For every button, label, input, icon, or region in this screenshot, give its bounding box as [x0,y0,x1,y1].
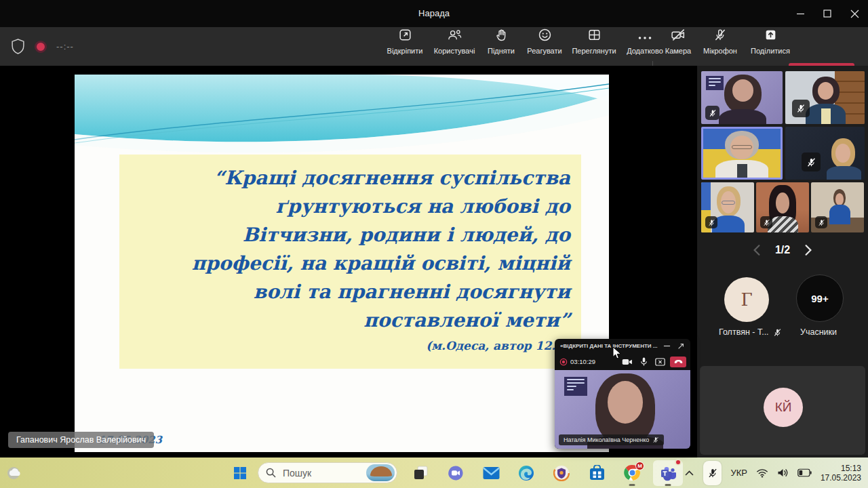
more-label: Додатково [627,47,663,55]
page-indicator: 1/2 [775,244,790,256]
shared-slide: “Кращі досягнення суспільства ґрунтуютьс… [75,75,609,452]
wifi-icon[interactable] [756,468,768,478]
view-label: Переглянути [572,47,616,55]
floating-call-window[interactable]: «ВІДКРИТІ ДАНІ ТА ІНСТРУМЕНТИ ... 03:10:… [555,339,690,449]
cloud-icon [6,466,24,481]
quote-line: поставленої мети” [129,306,570,335]
teams-notification-badge [675,459,682,466]
share-icon [764,28,778,45]
window-title: Нарада [0,0,868,27]
participants-overflow-label: Учасники [800,327,837,337]
tray-date: 17.05.2023 [821,473,861,483]
search-box[interactable]: Пошук [258,462,397,483]
task-view-icon [414,466,428,480]
view-icon [587,28,601,45]
running-indicator [629,484,635,486]
battery-icon[interactable] [797,468,812,477]
camera-off-icon [671,28,686,45]
language-indicator[interactable]: УКР [730,468,747,478]
muted-badge [705,216,717,228]
participants-overflow-badge[interactable]: 99+ [796,274,844,322]
react-label: Реагувати [527,47,561,55]
page-next-icon[interactable] [804,244,813,256]
video-tile[interactable] [785,127,865,180]
weather-widget[interactable] [1,458,28,488]
participant-name-label: Голтвян - Т... [719,327,782,337]
quote-line: професії, на кращій освіті, міцній [129,249,570,278]
minimize-icon[interactable] [663,342,671,350]
muted-badge [760,216,772,228]
edge-browser-button[interactable] [513,458,540,488]
mic-off-icon [713,28,727,45]
tray-time: 15:13 [821,464,861,473]
users-icon [447,28,462,45]
mic-muted-icon [818,219,825,226]
camera-label: Камера [665,47,691,55]
chat-app-button[interactable] [442,458,469,488]
teams-app-button[interactable] [654,458,682,488]
slide-wave-decoration [75,75,609,164]
maximize-button[interactable] [812,0,842,27]
presenter-name-badge: Гапанович Ярослав Валерійович [8,432,154,448]
unpin-label: Відкріпити [387,47,423,55]
shield-icon [11,39,25,54]
video-tile[interactable] [756,182,809,232]
quote-line: “Кращі досягнення суспільства [129,164,570,192]
quote-line: Вітчизни, родини і людей, до [129,221,570,249]
chrome-browser-button[interactable]: M [618,458,646,488]
avatar[interactable]: Г [724,277,769,322]
mic-muted-icon [773,328,782,337]
share-screen-icon[interactable] [655,358,665,366]
floating-window-controls: 03:10:29 [555,353,690,370]
page-prev-icon[interactable] [752,244,762,256]
quote-line: ґрунтуються на любові до [129,192,570,221]
share-label: Поділитися [751,47,790,55]
muted-badge [815,216,827,228]
teams-icon [660,465,677,481]
task-view-button[interactable] [407,458,434,488]
tray-mic-muted-button[interactable] [703,461,722,485]
edge-icon [518,465,534,481]
camera-icon[interactable] [622,358,633,366]
mic-muted-icon [707,468,718,479]
store-app-button[interactable] [583,458,610,488]
close-button[interactable] [840,0,868,27]
mail-icon [483,466,500,480]
muted-badge [705,106,719,120]
floating-window-video: Наталія Миколаївна Черненко [555,370,690,449]
start-button[interactable] [226,458,254,488]
participants-sidebar: 1/2 Г Голтвян - Т... 99+ Учасники КЙ [697,66,868,458]
mail-app-button[interactable] [477,458,505,488]
mouse-cursor [612,346,622,360]
overflow-count: 99+ [811,293,828,304]
participant-name: Голтвян - Т... [719,327,769,337]
expand-icon[interactable] [677,342,685,350]
tray-chevron-up-icon[interactable] [684,469,694,477]
video-tile[interactable] [811,182,864,232]
security-app-button[interactable] [548,458,575,488]
participants-text: Учасники [800,327,837,337]
mic-icon[interactable] [640,357,648,367]
avatar-tile[interactable]: КЙ [700,366,865,455]
minimize-button[interactable] [785,0,815,27]
tray-clock[interactable]: 15:13 17.05.2023 [821,464,861,483]
mic-muted-icon [708,219,715,226]
video-tile[interactable] [785,71,865,124]
mic-muted-icon [709,109,717,117]
video-tile-active-speaker[interactable] [701,127,783,180]
speaker-icon[interactable] [777,468,789,478]
avatar-initials: КЙ [775,400,792,415]
windows-taskbar: Пошук [0,458,868,488]
quote-attribution: (м.Одеса, автор 12.0 [426,339,564,352]
video-tile[interactable] [701,71,783,124]
mic-muted-icon [796,104,806,113]
maximize-icon [823,9,831,18]
recording-indicator-icon [35,41,47,53]
quote-box: “Кращі досягнення суспільства ґрунтуютьс… [119,155,581,369]
mic-muted-icon [806,157,816,167]
video-tile[interactable] [701,182,754,232]
unpin-icon [398,28,412,45]
search-highlight-image[interactable] [366,464,395,481]
search-icon [266,468,276,478]
hangup-button[interactable] [670,357,686,367]
